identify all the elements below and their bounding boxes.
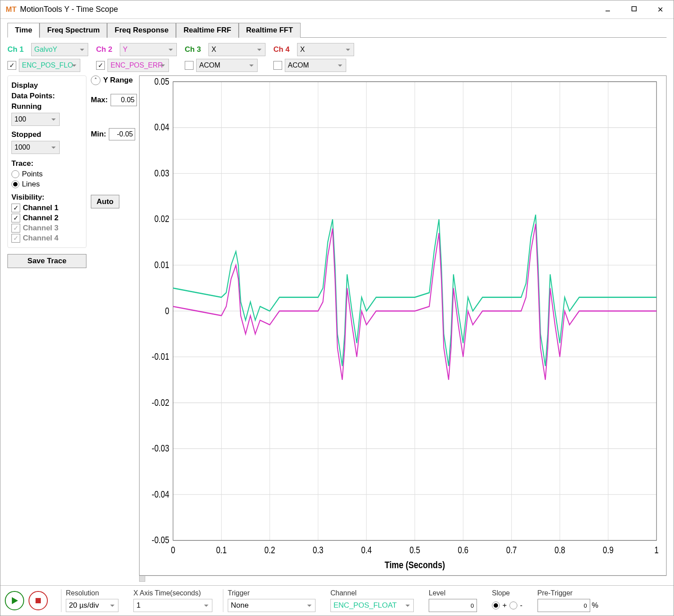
- trigger-channel-label: Channel: [330, 589, 414, 597]
- svg-text:0: 0: [165, 305, 169, 316]
- trace-points-radio[interactable]: [11, 170, 19, 178]
- titlebar: MT MotionTools Y - Time Scope ×: [0, 0, 674, 19]
- slope-plus-label: +: [502, 601, 507, 610]
- ch1-source-select[interactable]: GalvoY: [31, 43, 88, 56]
- trace-label: Trace:: [11, 159, 82, 168]
- ch3-source-select[interactable]: X: [208, 43, 265, 56]
- tab-realtime-fft[interactable]: Realtime FFT: [239, 23, 301, 38]
- window-title: MotionTools Y - Time Scope: [20, 5, 595, 14]
- resolution-group: Resolution 20 µs/div: [61, 589, 123, 612]
- ch1-label: Ch 1: [7, 45, 29, 54]
- ch1-enable-checkbox[interactable]: [7, 61, 16, 70]
- content-area: Time Freq Spectrum Freq Response Realtim…: [0, 19, 674, 585]
- resolution-select[interactable]: 20 µs/div: [66, 599, 118, 612]
- data-points-label: Data Points:: [11, 92, 82, 100]
- ch2-signal-select[interactable]: ENC_POS_ERR: [108, 59, 169, 72]
- ch3-label: Ch 3: [185, 45, 206, 54]
- stopped-label: Stopped: [11, 130, 82, 139]
- running-label: Running: [11, 102, 82, 111]
- tab-time[interactable]: Time: [7, 23, 39, 38]
- stop-button[interactable]: [29, 591, 48, 610]
- pretrigger-group: Pre-Trigger %: [533, 589, 603, 612]
- pretrigger-input[interactable]: [538, 599, 590, 612]
- scroll-thumb[interactable]: [139, 576, 145, 582]
- svg-text:1: 1: [654, 544, 659, 555]
- stopped-select[interactable]: 1000: [11, 141, 60, 154]
- xaxis-group: X Axis Time(seconds) 1: [129, 589, 217, 612]
- ch4-label: Ch 4: [273, 45, 294, 54]
- level-input[interactable]: [429, 599, 477, 612]
- min-label: Min:: [91, 130, 106, 139]
- ch1-signal-select[interactable]: ENC_POS_FLO: [19, 59, 80, 72]
- save-trace-button[interactable]: Save Trace: [7, 254, 86, 268]
- max-input[interactable]: [111, 94, 137, 106]
- svg-text:0.4: 0.4: [361, 544, 372, 555]
- trigger-channel-select[interactable]: ENC_POS_FLOAT: [330, 599, 414, 612]
- ch3-enable-checkbox[interactable]: [185, 61, 194, 70]
- vis-ch4-checkbox[interactable]: [11, 234, 20, 243]
- svg-text:0: 0: [171, 544, 176, 555]
- min-input[interactable]: [109, 128, 135, 140]
- slope-minus-label: -: [520, 601, 523, 610]
- tab-freq-response[interactable]: Freq Response: [107, 23, 176, 38]
- level-group: Level: [424, 589, 481, 612]
- app-logo: MT: [6, 5, 17, 14]
- ch4-enable-checkbox[interactable]: [273, 61, 282, 70]
- auto-button[interactable]: Auto: [91, 195, 119, 208]
- ch3-signal-select[interactable]: ACOM: [196, 59, 258, 72]
- svg-marker-48: [12, 597, 18, 604]
- running-select[interactable]: 100: [11, 113, 60, 126]
- display-panel: Display Data Points: Running 100 Stopped…: [7, 75, 86, 582]
- trace-points-text: Points: [22, 170, 43, 179]
- channel-1-group: Ch 1 GalvoY ENC_POS_FLO: [7, 43, 88, 72]
- svg-text:Time (Seconds): Time (Seconds): [384, 559, 445, 570]
- close-button[interactable]: ×: [647, 4, 674, 15]
- vis-ch4-label: Channel 4: [23, 234, 58, 243]
- chart-svg: 00.10.20.30.40.50.60.70.80.91-0.05-0.04-…: [140, 76, 666, 575]
- slope-plus-radio[interactable]: [492, 602, 500, 609]
- slope-minus-radio[interactable]: [509, 602, 517, 609]
- display-title: Display: [11, 81, 82, 90]
- ch2-source-select[interactable]: Y: [120, 43, 177, 56]
- channel-4-group: Ch 4 X ACOM: [273, 43, 354, 72]
- vis-ch3-checkbox[interactable]: [11, 224, 20, 233]
- slope-group: Slope + -: [488, 589, 527, 612]
- trace-lines-radio[interactable]: [11, 180, 19, 188]
- level-label: Level: [429, 589, 477, 597]
- vis-ch2-label: Channel 2: [23, 214, 58, 222]
- svg-text:0.03: 0.03: [154, 168, 169, 178]
- svg-text:-0.01: -0.01: [152, 351, 169, 362]
- svg-rect-1: [632, 7, 636, 11]
- svg-text:0.8: 0.8: [555, 544, 565, 555]
- yrange-panel: ˄ Y Range Max: Min: Auto: [91, 75, 135, 582]
- tab-freq-spectrum[interactable]: Freq Spectrum: [39, 23, 107, 38]
- channel-3-group: Ch 3 X ACOM: [185, 43, 265, 72]
- tab-realtime-frf[interactable]: Realtime FRF: [176, 23, 239, 38]
- vis-ch1-checkbox[interactable]: [11, 204, 20, 212]
- chart-wrapper: 00.10.20.30.40.50.60.70.80.91-0.05-0.04-…: [139, 75, 667, 582]
- play-button[interactable]: [5, 591, 24, 610]
- svg-text:0.3: 0.3: [313, 544, 323, 555]
- trigger-select[interactable]: None: [228, 599, 315, 612]
- tab-bar: Time Freq Spectrum Freq Response Realtim…: [7, 22, 667, 38]
- maximize-button[interactable]: [621, 5, 647, 14]
- xaxis-label: X Axis Time(seconds): [133, 589, 212, 597]
- ch4-signal-select[interactable]: ACOM: [285, 59, 346, 72]
- app-window: MT MotionTools Y - Time Scope × Time Fre…: [0, 0, 674, 616]
- chart-area[interactable]: 00.10.20.30.40.50.60.70.80.91-0.05-0.04-…: [139, 75, 667, 576]
- yrange-collapse-icon[interactable]: ˄: [91, 75, 100, 85]
- vis-ch3-label: Channel 3: [23, 224, 58, 233]
- minimize-button[interactable]: [595, 5, 621, 14]
- max-label: Max:: [91, 96, 108, 104]
- channel-2-group: Ch 2 Y ENC_POS_ERR: [96, 43, 177, 72]
- vis-ch2-checkbox[interactable]: [11, 214, 20, 222]
- ch2-enable-checkbox[interactable]: [96, 61, 105, 70]
- svg-text:0.2: 0.2: [265, 544, 275, 555]
- slope-label: Slope: [492, 589, 523, 597]
- trigger-label: Trigger: [228, 589, 315, 597]
- xaxis-select[interactable]: 1: [133, 599, 212, 612]
- svg-text:0.7: 0.7: [506, 544, 517, 555]
- ch4-source-select[interactable]: X: [297, 43, 354, 56]
- yrange-title: Y Range: [103, 76, 133, 85]
- trigger-group: Trigger None: [223, 589, 320, 612]
